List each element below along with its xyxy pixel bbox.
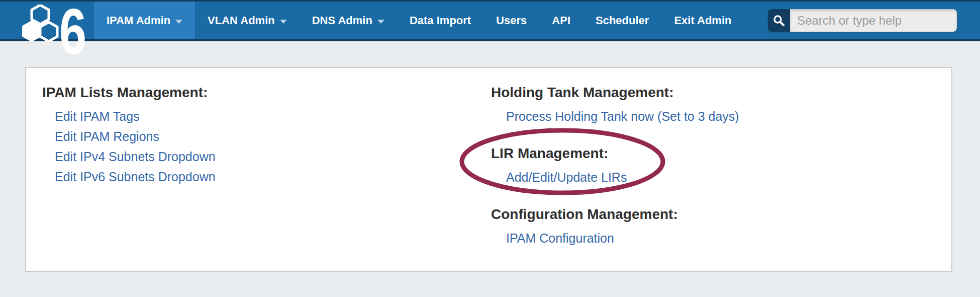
search-button[interactable] bbox=[768, 9, 790, 32]
link-list: Add/Edit/Update LIRs bbox=[506, 167, 739, 187]
admin-shortcuts-panel: IPAM Lists Management: Edit IPAM Tags Ed… bbox=[25, 67, 952, 272]
section-lir-management: LIR Management: Add/Edit/Update LIRs bbox=[491, 145, 739, 187]
link-ipam-configuration[interactable]: IPAM Configuration bbox=[506, 228, 739, 248]
nav-item-data-import[interactable]: Data Import bbox=[397, 2, 483, 39]
top-navbar: 6 IPAM Admin VLAN Admin DNS Admin Data I… bbox=[0, 0, 980, 41]
search-input[interactable] bbox=[790, 9, 957, 32]
link-process-holding-tank[interactable]: Process Holding Tank now (Set to 3 days) bbox=[506, 106, 739, 126]
link-edit-ipam-tags[interactable]: Edit IPAM Tags bbox=[55, 106, 216, 126]
link-edit-ipv6-dropdown[interactable]: Edit IPv6 Subnets Dropdown bbox=[55, 167, 216, 187]
chevron-down-icon bbox=[280, 20, 287, 24]
nav-item-ipam-admin[interactable]: IPAM Admin bbox=[94, 2, 195, 39]
search-icon bbox=[772, 14, 786, 27]
link-edit-ipv4-dropdown[interactable]: Edit IPv4 Subnets Dropdown bbox=[55, 146, 216, 167]
section-holding-tank: Holding Tank Management: Process Holding… bbox=[491, 85, 739, 126]
nav-item-dns-admin[interactable]: DNS Admin bbox=[300, 2, 397, 39]
global-search bbox=[768, 9, 957, 32]
nav-item-label: Data Import bbox=[410, 14, 471, 27]
chevron-down-icon bbox=[175, 20, 182, 24]
section-heading: Holding Tank Management: bbox=[491, 85, 739, 101]
link-edit-ipam-regions[interactable]: Edit IPAM Regions bbox=[55, 126, 216, 146]
section-heading: Configuration Management: bbox=[491, 206, 739, 222]
nav-item-label: DNS Admin bbox=[312, 14, 372, 27]
link-list: Edit IPAM Tags Edit IPAM Regions Edit IP… bbox=[55, 106, 216, 187]
nav-item-label: Exit Admin bbox=[674, 14, 731, 27]
nav-item-users[interactable]: Users bbox=[483, 2, 539, 39]
section-ipam-lists: IPAM Lists Management: Edit IPAM Tags Ed… bbox=[42, 85, 216, 187]
nav-item-label: VLAN Admin bbox=[208, 14, 275, 27]
nav-item-api[interactable]: API bbox=[539, 2, 583, 39]
hexagons-6-logo-icon: 6 bbox=[22, 5, 88, 57]
link-list: Process Holding Tank now (Set to 3 days) bbox=[506, 106, 739, 126]
section-configuration: Configuration Management: IPAM Configura… bbox=[491, 206, 739, 248]
nav-item-label: Scheduler bbox=[596, 14, 649, 27]
nav-item-label: IPAM Admin bbox=[107, 14, 170, 27]
nav-item-exit-admin[interactable]: Exit Admin bbox=[661, 2, 744, 39]
section-heading: LIR Management: bbox=[491, 145, 739, 162]
nav-item-label: API bbox=[552, 14, 570, 27]
nav-item-vlan-admin[interactable]: VLAN Admin bbox=[195, 2, 300, 39]
chevron-down-icon bbox=[377, 20, 384, 24]
link-add-edit-update-lirs[interactable]: Add/Edit/Update LIRs bbox=[506, 167, 739, 187]
nav-item-scheduler[interactable]: Scheduler bbox=[583, 2, 661, 39]
ipam-lists-column: IPAM Lists Management: Edit IPAM Tags Ed… bbox=[42, 85, 216, 206]
app-logo[interactable]: 6 bbox=[22, 5, 88, 57]
logo-numeral: 6 bbox=[59, 5, 86, 57]
section-heading: IPAM Lists Management: bbox=[42, 85, 216, 101]
nav-item-label: Users bbox=[496, 14, 527, 27]
management-column: Holding Tank Management: Process Holding… bbox=[491, 85, 739, 267]
link-list: IPAM Configuration bbox=[506, 228, 739, 248]
